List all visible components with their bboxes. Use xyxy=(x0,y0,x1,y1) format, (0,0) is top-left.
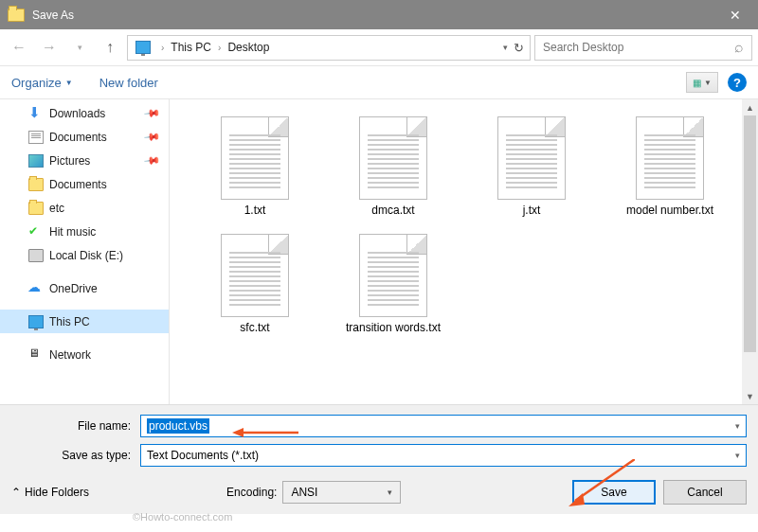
close-button[interactable]: ✕ xyxy=(720,4,750,27)
sidebar-item-label: etc xyxy=(49,202,64,215)
sidebar-item-label: OneDrive xyxy=(49,282,98,295)
search-input[interactable] xyxy=(543,41,734,54)
sidebar-item-label: This PC xyxy=(49,315,90,328)
chevron-icon: › xyxy=(157,43,168,53)
encoding-value: ANSI xyxy=(291,486,317,499)
type-label: Save as type: xyxy=(11,449,140,462)
text-file-icon xyxy=(636,116,704,200)
sidebar-item-downloads[interactable]: Downloads📌 xyxy=(0,101,169,125)
dl-icon xyxy=(28,107,44,120)
chevron-up-icon: ⌃ xyxy=(11,486,21,499)
file-pane: 1.txtdmca.txtj.txtmodel number.txtsfc.tx… xyxy=(169,99,758,404)
up-button[interactable]: ↑ xyxy=(97,34,123,61)
sidebar-item-etc[interactable]: etc xyxy=(0,196,169,220)
file-item[interactable]: dmca.txt xyxy=(336,116,450,217)
dropdown-icon[interactable]: ▾ xyxy=(735,451,740,460)
save-button[interactable]: Save xyxy=(572,480,656,505)
file-item[interactable]: transition words.txt xyxy=(336,234,450,334)
bottom-panel: File name: product.vbs ▾ Save as type: T… xyxy=(0,404,758,514)
scrollbar[interactable]: ▲ ▼ xyxy=(742,99,758,404)
sidebar-item-label: Hit music xyxy=(49,225,96,239)
file-name: sfc.txt xyxy=(240,321,269,334)
file-name: transition words.txt xyxy=(346,321,441,334)
type-value: Text Documents (*.txt) xyxy=(147,449,259,462)
scroll-thumb[interactable] xyxy=(744,115,756,352)
refresh-icon[interactable]: ↻ xyxy=(514,41,524,55)
file-name: dmca.txt xyxy=(371,204,414,217)
sidebar-item-hitmusic[interactable]: Hit music xyxy=(0,220,169,243)
type-combo[interactable]: Text Documents (*.txt) ▾ xyxy=(140,444,747,467)
cancel-button[interactable]: Cancel xyxy=(663,480,747,505)
recent-dropdown[interactable]: ▾ xyxy=(66,34,93,61)
sidebar-item-documents[interactable]: Documents📌 xyxy=(0,125,169,149)
sidebar-item-documents2[interactable]: Documents xyxy=(0,172,169,196)
text-file-icon xyxy=(359,116,427,200)
encoding-combo[interactable]: ANSI ▾ xyxy=(282,481,401,504)
sidebar-item-localdisk[interactable]: Local Disk (E:) xyxy=(0,243,169,267)
nav-bar: ← → ▾ ↑ › This PC › Desktop ▾ ↻ ⌕ xyxy=(0,29,758,66)
back-button[interactable]: ← xyxy=(6,34,32,61)
pic-icon xyxy=(28,154,44,168)
file-item[interactable]: model number.txt xyxy=(613,116,727,217)
dropdown-icon[interactable]: ▾ xyxy=(735,421,740,431)
file-name: 1.txt xyxy=(244,204,266,217)
help-button[interactable]: ? xyxy=(728,73,747,92)
address-bar[interactable]: › This PC › Desktop ▾ ↻ xyxy=(127,35,531,61)
pin-icon: 📌 xyxy=(143,104,161,122)
text-file-icon xyxy=(221,116,289,200)
scroll-down-icon[interactable]: ▼ xyxy=(742,388,758,404)
sidebar-item-network[interactable]: Network xyxy=(0,343,169,366)
dropdown-icon[interactable]: ▾ xyxy=(388,488,392,497)
net-icon xyxy=(28,348,44,362)
disk-icon xyxy=(28,249,44,262)
sidebar-item-label: Local Disk (E:) xyxy=(49,249,123,262)
encoding-label: Encoding: xyxy=(226,486,277,499)
organize-button[interactable]: Organize▼ xyxy=(11,76,73,90)
sidebar-item-onedrive[interactable]: OneDrive xyxy=(0,276,169,300)
title-bar: Save As ✕ xyxy=(0,0,758,29)
text-file-icon xyxy=(497,116,566,200)
search-box[interactable]: ⌕ xyxy=(534,35,752,61)
file-item[interactable]: 1.txt xyxy=(198,116,312,217)
window-folder-icon xyxy=(8,9,25,22)
music-icon xyxy=(28,225,44,239)
chevron-icon: › xyxy=(214,43,225,53)
sidebar-item-label: Documents xyxy=(49,178,107,191)
forward-button[interactable]: → xyxy=(36,34,63,61)
sidebar-item-label: Downloads xyxy=(49,107,105,120)
breadcrumb-leaf[interactable]: Desktop xyxy=(225,41,272,54)
pin-icon: 📌 xyxy=(143,151,161,169)
text-file-icon xyxy=(221,234,289,317)
sidebar: Downloads📌Documents📌Pictures📌Documentset… xyxy=(0,99,169,404)
sidebar-item-label: Pictures xyxy=(49,154,90,168)
scroll-up-icon[interactable]: ▲ xyxy=(742,99,758,115)
filename-label: File name: xyxy=(11,419,140,433)
file-name: model number.txt xyxy=(626,204,713,217)
pc-icon xyxy=(28,315,44,328)
folder-icon xyxy=(28,202,44,215)
address-dropdown-icon[interactable]: ▾ xyxy=(503,43,508,52)
file-item[interactable]: j.txt xyxy=(475,116,588,217)
view-button[interactable]: ▦▼ xyxy=(686,72,718,93)
window-title: Save As xyxy=(32,9,74,22)
new-folder-button[interactable]: New folder xyxy=(99,76,158,90)
doc-icon xyxy=(28,131,44,144)
sidebar-item-pictures[interactable]: Pictures📌 xyxy=(0,149,169,172)
filename-value: product.vbs xyxy=(147,418,209,434)
file-name: j.txt xyxy=(523,204,541,217)
file-item[interactable]: sfc.txt xyxy=(198,234,312,334)
pin-icon: 📌 xyxy=(143,128,161,146)
thispc-icon xyxy=(133,40,153,56)
sidebar-item-label: Network xyxy=(49,348,91,362)
toolbar: Organize▼ New folder ▦▼ ? xyxy=(0,66,758,99)
breadcrumb-root[interactable]: This PC xyxy=(168,41,214,54)
text-file-icon xyxy=(359,234,427,317)
hide-folders-button[interactable]: ⌃ Hide Folders xyxy=(11,486,89,499)
sidebar-item-label: Documents xyxy=(49,131,107,144)
search-icon[interactable]: ⌕ xyxy=(734,39,744,56)
watermark: ©Howto-connect.com xyxy=(133,511,232,523)
filename-input[interactable]: product.vbs ▾ xyxy=(140,415,747,437)
sidebar-item-thispc[interactable]: This PC xyxy=(0,310,169,333)
onedrive-icon xyxy=(28,282,44,295)
folder-icon xyxy=(28,178,44,191)
